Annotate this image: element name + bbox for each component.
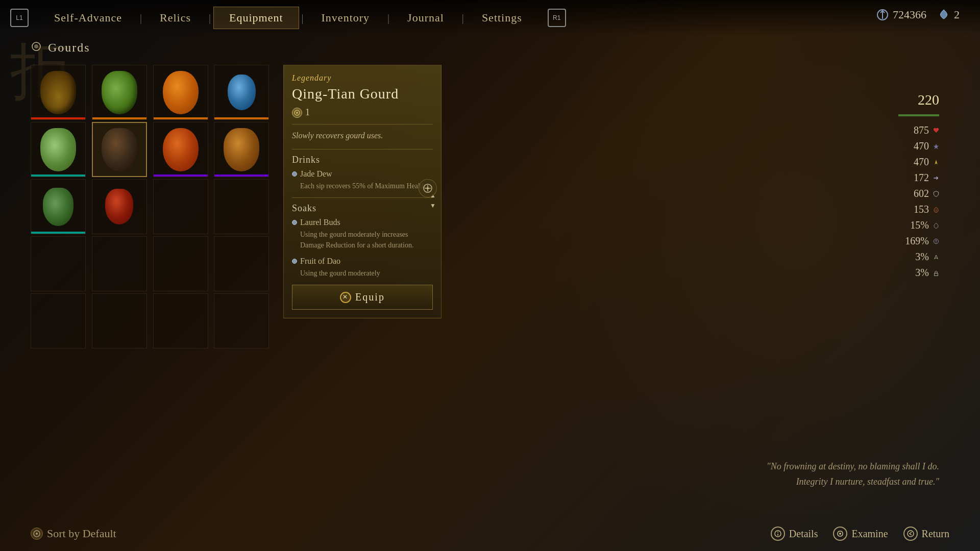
examine-icon — [833, 527, 847, 541]
grid-cell-15[interactable] — [153, 236, 208, 291]
sort-button[interactable]: Sort by Default — [31, 527, 116, 540]
grid-cell-14[interactable] — [92, 236, 147, 291]
stat-row-10: 3% — [898, 267, 939, 279]
big-stat-bar — [898, 114, 939, 116]
drinks-title: Drinks — [292, 155, 433, 165]
stat-row-9: 3% — [898, 251, 939, 263]
nav-item-inventory[interactable]: Inventory — [306, 7, 385, 29]
stat6-icon — [933, 207, 939, 213]
nav-sep-3: | — [299, 12, 306, 24]
item-count: 1 — [292, 107, 433, 118]
equip-icon: ✕ — [342, 293, 349, 301]
equipment-layout: Legendary Qing-Tian Gourd 1 Slowly recov… — [31, 65, 949, 348]
stat10-icon — [933, 270, 939, 276]
scroll-down[interactable]: ▼ — [429, 202, 437, 210]
nav-bar: L1 Self-Advance | Relics | Equipment | I… — [0, 0, 980, 36]
gourd-5-img — [40, 128, 76, 171]
soak1-ingredient: Laurel Buds Using the gourd moderately i… — [292, 218, 433, 251]
stat-row-6: 153 — [898, 204, 939, 215]
quote-line2: Integrity I nurture, steadfast and true.… — [767, 474, 939, 490]
examine-label: Examine — [851, 528, 888, 540]
stat-row-mana1: 470 — [898, 140, 939, 152]
nav-item-relics[interactable]: Relics — [144, 7, 206, 29]
stat9-value: 3% — [898, 251, 929, 263]
examine-button[interactable]: Examine — [833, 527, 888, 541]
soak1-dot — [292, 220, 297, 225]
shield-value: 602 — [898, 188, 929, 199]
svg-rect-8 — [935, 273, 938, 276]
cell-1-bar — [31, 117, 85, 119]
return-button[interactable]: Return — [903, 527, 949, 541]
nav-item-settings[interactable]: Settings — [467, 7, 537, 29]
grid-cell-2[interactable] — [92, 65, 147, 120]
soak2-ingredient: Fruit of Dao Using the gourd moderately — [292, 257, 433, 279]
grid-cell-13[interactable] — [31, 236, 86, 291]
stat-row-shield: 602 — [898, 188, 939, 199]
stat7-value: 15% — [898, 219, 929, 231]
grid-cell-6[interactable] — [92, 122, 147, 177]
nav-indicator — [419, 179, 437, 197]
svg-point-15 — [908, 531, 914, 537]
nav-items: Self-Advance | Relics | Equipment | Inve… — [39, 7, 537, 29]
grid-cell-5[interactable] — [31, 122, 86, 177]
section-title: Gourds — [31, 41, 949, 55]
count-number: 1 — [305, 107, 310, 118]
grid-cell-12[interactable] — [214, 179, 269, 234]
cell-4-bar — [214, 117, 268, 119]
soak1-name-row: Laurel Buds — [292, 218, 433, 227]
grid-cell-7[interactable] — [153, 122, 208, 177]
grid-cell-10[interactable] — [92, 179, 147, 234]
stat-row-7: 15% — [898, 219, 939, 231]
nav-item-self-advance[interactable]: Self-Advance — [39, 7, 137, 29]
main-content: Gourds — [31, 41, 949, 520]
detail-divider-2 — [292, 149, 433, 149]
nav-sep-5: | — [459, 12, 467, 24]
shield-icon — [933, 191, 939, 197]
gourd-8-img — [224, 128, 259, 171]
grid-cell-9[interactable] — [31, 179, 86, 234]
big-stat-value: 220 — [898, 92, 939, 108]
soak2-name-row: Fruit of Dao — [292, 257, 433, 266]
spirit-value: 2 — [954, 8, 960, 21]
grid-cell-17[interactable] — [31, 293, 86, 348]
details-button[interactable]: Details — [771, 527, 818, 541]
gourd-6-img — [102, 128, 137, 171]
grid-cell-18[interactable] — [92, 293, 147, 348]
soaks-title: Soaks — [292, 203, 433, 214]
spirit-stat: 2 — [937, 8, 960, 22]
nav-item-equipment[interactable]: Equipment — [213, 7, 299, 29]
grid-cell-1[interactable] — [31, 65, 86, 120]
grid-cell-19[interactable] — [153, 293, 208, 348]
grid-cell-16[interactable] — [214, 236, 269, 291]
stat9-icon — [933, 254, 939, 260]
cell-9-bar — [31, 232, 85, 234]
soak2-dot — [292, 259, 297, 264]
grid-cell-3[interactable] — [153, 65, 208, 120]
drink-desc: Each sip recovers 55% of Maximum Health. — [292, 181, 433, 191]
svg-point-6 — [427, 187, 429, 189]
drink-name: Jade Dew — [300, 169, 332, 179]
stat-row-arrow: 172 — [898, 172, 939, 184]
equip-button[interactable]: ✕ Equip — [292, 285, 433, 310]
cell-2-bar — [92, 117, 146, 119]
mana2-value: 470 — [898, 156, 929, 168]
cell-3-bar — [154, 117, 208, 119]
rb-button[interactable]: R1 — [548, 9, 566, 27]
grid-cell-8[interactable] — [214, 122, 269, 177]
grid-cell-11[interactable] — [153, 179, 208, 234]
stat8-icon — [933, 238, 939, 244]
grid-cell-20[interactable] — [214, 293, 269, 348]
lb-button[interactable]: L1 — [10, 9, 29, 27]
return-icon — [903, 527, 918, 541]
gourd-7-img — [163, 128, 199, 171]
grid-cell-4[interactable] — [214, 65, 269, 120]
stat6-value: 153 — [898, 204, 929, 215]
svg-point-2 — [34, 44, 38, 48]
svg-point-4 — [296, 112, 298, 114]
mana1-value: 470 — [898, 140, 929, 152]
stat7-icon — [933, 222, 939, 229]
health-value: 875 — [898, 124, 929, 136]
nav-item-journal[interactable]: Journal — [392, 7, 459, 29]
arrow-icon — [933, 175, 939, 181]
currency-icon — [875, 8, 890, 22]
